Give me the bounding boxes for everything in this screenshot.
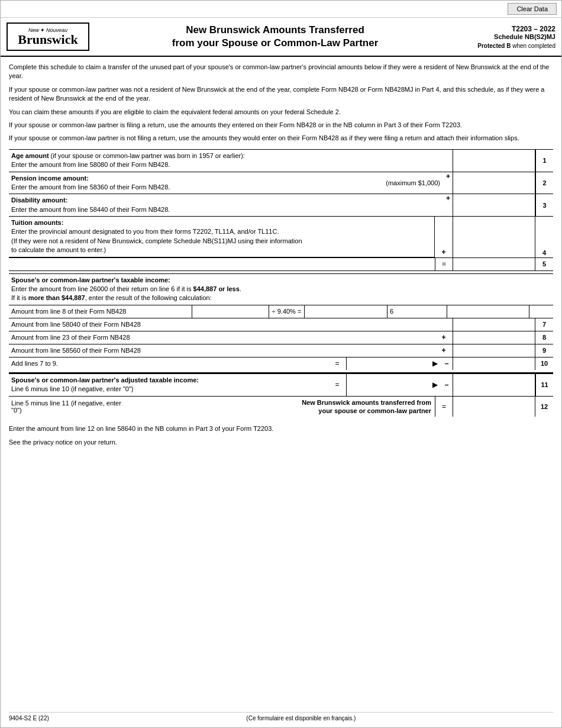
line-3-operator: + (444, 194, 453, 216)
line-6-input2-container[interactable] (305, 305, 387, 318)
footer-note-2: See the privacy notice on your return. (9, 437, 553, 447)
top-bar: Clear Data (1, 1, 561, 18)
line-6-input3-container[interactable] (447, 305, 529, 318)
line-9-row: Amount from line 58560 of their Form NB4… (9, 344, 553, 357)
line-11-result[interactable] (453, 381, 535, 388)
line-11-input[interactable] (347, 381, 429, 388)
clear-data-button[interactable]: Clear Data (508, 3, 557, 15)
line-12-row: Line 5 minus line 11 (if negative, enter… (9, 396, 553, 417)
line-5-number: 5 (535, 258, 553, 270)
line-3-input-container[interactable] (453, 194, 535, 216)
line-6-linenum: 6 (387, 305, 447, 318)
schedule-number: Schedule NB(S2)MJ (461, 33, 555, 40)
line-3-input[interactable] (456, 202, 532, 209)
line-2-label: Pension income amount: Enter the amount … (9, 172, 382, 194)
line-12-input[interactable] (453, 403, 535, 410)
line-4-input-container[interactable] (453, 217, 535, 257)
line-9-input-container[interactable] (453, 344, 535, 357)
line-6-input1-container[interactable] (192, 305, 269, 318)
line-1-input[interactable] (456, 157, 532, 164)
line-11-label: Spouse's or common-law partner's adjuste… (9, 374, 328, 396)
line-5-input-container[interactable] (453, 258, 535, 270)
line-2-input[interactable] (456, 179, 532, 186)
line-9-label: Amount from line 58560 of their Form NB4… (9, 344, 435, 357)
line-10-result-container[interactable] (453, 357, 535, 370)
intro-para-4: If your spouse or common-law partner is … (9, 121, 553, 130)
line-8-row: Amount from line 23 of their Form NB428 … (9, 331, 553, 344)
form-title: New Brunswick Amounts Transferred from y… (89, 24, 461, 50)
line-7-row: Amount from line 58040 of their Form NB4… (9, 318, 553, 331)
line-6-row: Amount from line 8 of their Form NB428 ÷… (9, 305, 553, 318)
line-12-number: 12 (535, 397, 553, 417)
line-11-input-container[interactable] (346, 374, 429, 396)
adj-section: Spouse's or common-law partner's adjuste… (9, 372, 553, 417)
line-12-label: Line 5 minus line 11 (if negative, enter… (9, 397, 127, 417)
line-8-input[interactable] (453, 334, 535, 341)
footer-notes: Enter the amount from line 12 on line 58… (9, 424, 553, 447)
line-6-input1[interactable] (192, 308, 269, 315)
line-10-input-container[interactable] (346, 357, 429, 370)
line-5-input[interactable] (453, 260, 535, 268)
french-note: (Ce formulaire est disponible en françai… (246, 715, 356, 721)
line-10-result[interactable] (453, 360, 535, 367)
intro-para-1: Complete this schedule to claim a transf… (9, 63, 553, 81)
line-12-input-container[interactable] (453, 397, 535, 417)
line-4-inner: Tuition amounts: Enter the provincial am… (9, 217, 553, 257)
intro-para-3: You can claim these amounts if you are e… (9, 108, 553, 117)
line-10-eq: = (328, 357, 346, 370)
line-11-number: 11 (535, 374, 553, 396)
line-10-minus: – (441, 357, 453, 370)
line-1-row: Age amount (if your spouse or common-law… (9, 150, 553, 172)
form-number: T2203 – 2022 (461, 25, 555, 33)
protected-label: Protected B when completed (461, 43, 555, 49)
line-5-row: = 5 (9, 257, 553, 270)
line-6-input2[interactable] (305, 308, 387, 315)
line-6-divop: ÷ 9.40% = (269, 305, 305, 318)
line-7-label: Amount from line 58040 of their Form NB4… (9, 318, 435, 331)
line-7-input[interactable] (453, 321, 535, 328)
title-line1: New Brunswick Amounts Transferred (186, 24, 364, 36)
line-2-number: 2 (535, 172, 553, 194)
line-10-label: Add lines 7 to 9. (9, 357, 328, 370)
line-8-operator: + (435, 331, 453, 344)
intro-para-2: If your spouse or common-law partner was… (9, 85, 553, 104)
line-6-label: Amount from line 8 of their Form NB428 (9, 305, 192, 318)
line-11-result-container[interactable] (453, 374, 535, 396)
line-1-number: 1 (535, 150, 553, 172)
logo-main-text: Brunswick (18, 33, 77, 46)
line-11-eq: = (328, 374, 346, 396)
line-10-input[interactable] (347, 360, 429, 367)
line-9-number: 9 (535, 344, 553, 357)
line-10-number: 10 (535, 357, 553, 370)
line-7-input-container[interactable] (453, 318, 535, 331)
bottom-footer: 9404-S2 E (22) (Ce formulaire est dispon… (9, 712, 553, 721)
line-1-input-container[interactable] (453, 150, 535, 172)
intro-para-5: If your spouse or common-law partner is … (9, 134, 553, 143)
line-11-arrow: ▶ (429, 374, 441, 396)
footer-note-1: Enter the amount from line 12 on line 58… (9, 424, 553, 434)
line-5-spacer (9, 258, 435, 270)
line-2-max: (maximum $1,000) (382, 172, 444, 194)
logo-box: New ✦ Nouveau Brunswick (7, 22, 89, 51)
taxable-header: Spouse's or common-law partner's taxable… (9, 274, 553, 305)
line-6-input3[interactable] (447, 308, 529, 315)
logo-area: New ✦ Nouveau Brunswick (7, 22, 89, 51)
form-lines-section: Age amount (if your spouse or common-law… (9, 149, 553, 271)
taxable-section: Spouse's or common-law partner's taxable… (9, 273, 553, 370)
line-8-input-container[interactable] (453, 331, 535, 344)
line-10-arrow: ▶ (429, 357, 441, 370)
title-line2: from your Spouse or Common-Law Partner (172, 37, 379, 49)
line-9-operator: + (435, 344, 453, 357)
line-3-row: Disability amount: Enter the amount from… (9, 194, 553, 217)
form-id-area: T2203 – 2022 Schedule NB(S2)MJ Protected… (461, 25, 555, 49)
line-2-input-container[interactable] (453, 172, 535, 194)
line-12-eq: = (435, 397, 453, 417)
line-4-input[interactable] (453, 217, 535, 257)
line-9-input[interactable] (453, 347, 535, 354)
line-3-number: 3 (535, 194, 553, 216)
line-4-number: 4 (535, 217, 553, 257)
line-10-row: Add lines 7 to 9. = ▶ – 10 (9, 357, 553, 370)
line-2-operator: + (444, 172, 453, 194)
main-content: Complete this schedule to claim a transf… (1, 57, 561, 456)
line-6-final-num (529, 305, 547, 318)
